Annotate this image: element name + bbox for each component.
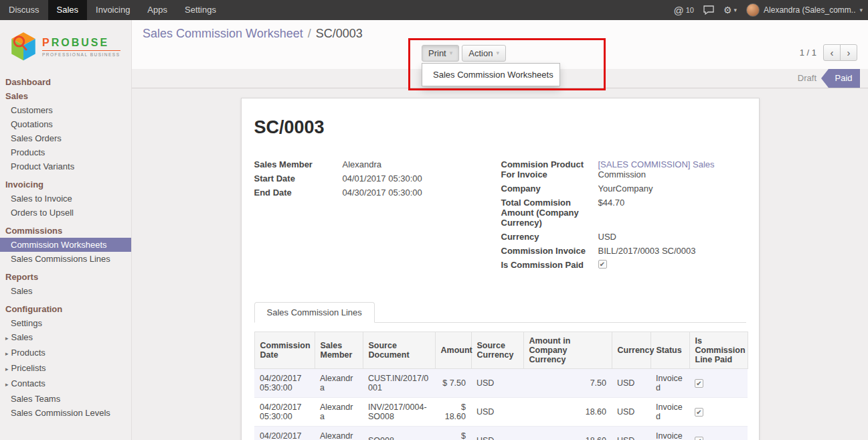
- sidebar-item-label: Products: [11, 348, 46, 358]
- sidebar-section-commissions[interactable]: Commissions: [0, 224, 131, 238]
- table-row[interactable]: 04/20/2017 05:30:00 Alexandra CUST.IN/20…: [254, 369, 748, 398]
- chevron-down-icon: ▾: [496, 50, 499, 56]
- breadcrumb-current: SC/0003: [316, 27, 363, 40]
- dropdown-item-sales-commission-worksheets[interactable]: Sales Commission Worksheets: [422, 67, 559, 82]
- is-commission-paid-checkbox[interactable]: ✔: [598, 260, 607, 269]
- check-icon: ✔: [696, 409, 701, 416]
- field-is-commission-paid: Is Commission Paid ✔: [501, 260, 746, 270]
- col-commission-date[interactable]: Commission Date: [254, 332, 315, 369]
- cell-date: 04/20/2017 10:35:53: [254, 427, 315, 440]
- col-sales-member[interactable]: Sales Member: [315, 332, 363, 369]
- cell-date: 04/20/2017 05:30:00: [254, 369, 315, 398]
- commission-product-value: [SALES COMMISSION] Sales Commission: [598, 159, 715, 179]
- sidebar-section-sales[interactable]: Sales: [0, 89, 131, 103]
- status-paid-badge[interactable]: Paid: [821, 69, 860, 88]
- company-link[interactable]: YourCompany: [598, 184, 653, 194]
- menu-sales[interactable]: Sales: [48, 0, 88, 20]
- pager-previous-button[interactable]: ‹: [823, 44, 841, 61]
- sidebar-item-dashboard[interactable]: Dashboard: [0, 75, 131, 89]
- print-button[interactable]: Print ▾: [422, 45, 459, 62]
- sidebar-item-sales-teams[interactable]: Sales Teams: [0, 392, 131, 406]
- cell-currency: USD: [612, 369, 650, 398]
- col-status[interactable]: Status: [650, 332, 689, 369]
- menu-invoicing[interactable]: Invoicing: [87, 0, 139, 20]
- tab-strip: Sales Commission Lines: [254, 302, 746, 323]
- sidebar-item-product-variants[interactable]: Product Variants: [0, 159, 131, 173]
- chevron-right-icon: ▸: [5, 350, 9, 357]
- sidebar-item-products[interactable]: Products: [0, 145, 131, 159]
- sidebar-item-reports-sales[interactable]: Sales: [0, 284, 131, 298]
- field-label: Company: [501, 184, 598, 194]
- sidebar-section-invoicing[interactable]: Invoicing: [0, 177, 131, 192]
- chevron-right-icon: ▸: [5, 335, 9, 342]
- status-draft[interactable]: Draft: [798, 73, 816, 83]
- breadcrumb-parent[interactable]: Sales Commission Worksheet: [143, 27, 303, 40]
- cell-amount-company: 7.50: [523, 369, 612, 398]
- sidebar-item-sales-orders[interactable]: Sales Orders: [0, 131, 131, 145]
- table-row[interactable]: 04/20/2017 05:30:00 Alexandra INV/2017/0…: [254, 398, 748, 427]
- currency-link[interactable]: USD: [598, 232, 616, 242]
- tab-sales-commission-lines[interactable]: Sales Commission Lines: [254, 302, 375, 323]
- field-label: Commission Invoice: [501, 246, 598, 256]
- chevron-down-icon: ▾: [734, 7, 737, 13]
- check-icon: ✔: [600, 261, 605, 268]
- field-total-commission: Total Commision Amount (Company Currency…: [501, 198, 746, 228]
- sidebar-item-sales-commission-levels[interactable]: Sales Commission Levels: [0, 406, 131, 420]
- commission-product-link[interactable]: [SALES COMMISSION] Sales: [598, 159, 715, 169]
- record-sheet: SC/0003 Sales Member Alexandra Start Dat…: [241, 98, 760, 440]
- cell-source: INV/2017/0004-SO008: [363, 398, 435, 427]
- cell-status: Invoiced: [650, 427, 689, 440]
- sidebar: PROBUSE PROFESSIONAL BUSINESS Dashboard …: [0, 20, 132, 440]
- line-paid-checkbox[interactable]: ✔: [695, 437, 703, 440]
- sidebar-item-settings[interactable]: Settings: [0, 316, 131, 330]
- sidebar-item-orders-to-upsell[interactable]: Orders to Upsell: [0, 206, 131, 220]
- main-area: Sales Commission Worksheet/SC/0003 Print…: [132, 20, 868, 440]
- sidebar-item-commission-worksheets[interactable]: Commission Worksheets: [0, 238, 131, 252]
- menu-settings[interactable]: Settings: [176, 0, 225, 20]
- sidebar-item-config-sales[interactable]: ▸Sales: [0, 330, 131, 346]
- sidebar-item-sales-to-invoice[interactable]: Sales to Invoice: [0, 192, 131, 206]
- cell-paid: ✔: [689, 369, 748, 398]
- probuse-logo[interactable]: PROBUSE PROFESSIONAL BUSINESS: [0, 20, 131, 72]
- sidebar-item-label: Sales: [11, 332, 33, 342]
- action-button[interactable]: Action ▾: [462, 45, 506, 62]
- sidebar-item-sales-commissions-lines[interactable]: Sales Commissions Lines: [0, 252, 131, 266]
- menu-apps[interactable]: Apps: [139, 0, 176, 20]
- sidebar-item-quotations[interactable]: Quotations: [0, 117, 131, 131]
- col-amount-company-currency[interactable]: Amount in Company Currency: [523, 332, 612, 369]
- sidebar-item-label: Contacts: [11, 378, 46, 388]
- print-button-label: Print: [428, 48, 446, 58]
- cell-status: Invoiced: [650, 398, 689, 427]
- line-paid-checkbox[interactable]: ✔: [695, 408, 703, 417]
- field-commission-product: Commision Product For Invoice [SALES COM…: [501, 159, 746, 179]
- avatar: [746, 3, 760, 17]
- breadcrumb: Sales Commission Worksheet/SC/0003: [143, 27, 363, 41]
- line-paid-checkbox[interactable]: ✔: [695, 379, 703, 388]
- end-date-value: 04/30/2017 05:30:00: [343, 188, 422, 198]
- sidebar-item-pricelists[interactable]: ▸Pricelists: [0, 361, 131, 376]
- col-is-commission-line-paid[interactable]: Is Commission Line Paid: [689, 332, 748, 369]
- col-source-document[interactable]: Source Document: [363, 332, 435, 369]
- user-menu[interactable]: Alexandra (Sales_comm.. ▾: [746, 3, 863, 17]
- debug-menu[interactable]: ⚙ ▾: [723, 5, 737, 15]
- table-row[interactable]: 04/20/2017 10:35:53 Alexandra SO008 $ 18…: [254, 427, 748, 440]
- col-currency[interactable]: Currency: [612, 332, 650, 369]
- chevron-down-icon: ▾: [450, 50, 453, 56]
- col-source-currency[interactable]: Source Currency: [471, 332, 523, 369]
- sidebar-section-configuration[interactable]: Configuration: [0, 302, 131, 316]
- sidebar-item-label: Pricelists: [11, 363, 46, 373]
- menu-discuss[interactable]: Discuss: [0, 0, 48, 20]
- check-icon: ✔: [696, 380, 701, 387]
- sidebar-item-contacts[interactable]: ▸Contacts: [0, 376, 131, 392]
- sidebar-section-reports[interactable]: Reports: [0, 270, 131, 284]
- mentions-counter[interactable]: @ 10: [674, 5, 694, 16]
- user-name: Alexandra (Sales_comm..: [764, 5, 855, 15]
- sales-member-link[interactable]: Alexandra: [343, 159, 382, 169]
- commission-invoice-link[interactable]: BILL/2017/0003 SC/0003: [598, 246, 696, 256]
- col-amount[interactable]: Amount: [435, 332, 471, 369]
- messages-icon[interactable]: [703, 5, 714, 15]
- print-dropdown: Sales Commission Worksheets: [422, 63, 560, 86]
- pager-next-button[interactable]: ›: [840, 44, 857, 61]
- sidebar-item-config-products[interactable]: ▸Products: [0, 346, 131, 361]
- sidebar-item-customers[interactable]: Customers: [0, 103, 131, 117]
